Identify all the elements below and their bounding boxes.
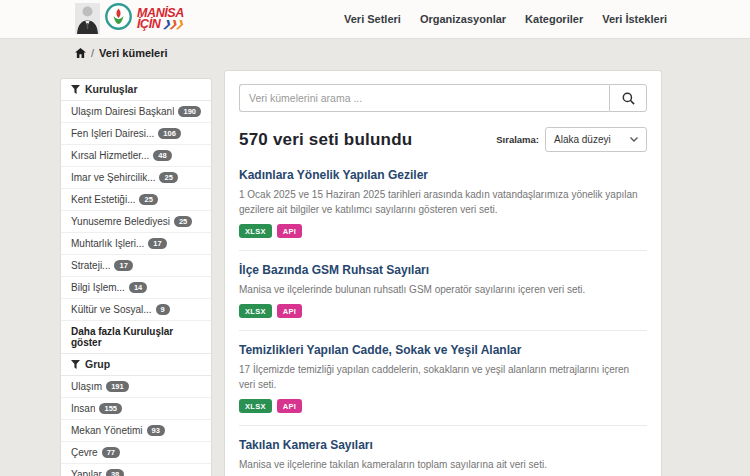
count-badge: 155 — [99, 403, 122, 414]
site-logo[interactable]: MANİSA İÇİN ❯ ❯ ❯ — [75, 3, 184, 34]
count-badge: 17 — [114, 260, 132, 271]
filter-label: Kırsal Hizmetler... — [71, 150, 149, 161]
count-badge: 9 — [156, 304, 170, 315]
dataset-title-link[interactable]: Kadınlara Yönelik Yapılan Geziler — [239, 168, 647, 182]
format-badge-xlsx[interactable]: XLSX — [239, 399, 272, 413]
filter-label: Mekan Yönetimi — [71, 425, 143, 436]
breadcrumb: / Veri kümeleri — [0, 38, 750, 66]
sort-select[interactable]: Alaka düzeyi — [545, 127, 647, 152]
format-badge-api[interactable]: API — [277, 399, 302, 413]
kurulus-filter-item[interactable]: Strateji... 17 — [61, 255, 211, 277]
results-panel: 570 veri seti bulundu Sıralama: Alaka dü… — [224, 70, 662, 476]
divider — [239, 250, 647, 251]
format-badge-xlsx[interactable]: XLSX — [239, 224, 272, 238]
sort-label: Sıralama: — [496, 134, 539, 145]
dataset-description: 1 Ocak 2025 ve 15 Haziran 2025 tarihleri… — [239, 187, 647, 217]
home-icon[interactable] — [75, 48, 86, 58]
municipality-emblem — [105, 3, 132, 34]
search-input[interactable] — [239, 84, 609, 112]
filter-label: Kültür ve Sosyal... — [71, 304, 152, 315]
kurulus-filter-item[interactable]: İmar ve Şehircilik... 25 — [61, 167, 211, 189]
search-icon — [622, 92, 635, 105]
show-more-kuruluslar[interactable]: Daha fazla Kuruluşlar göster — [61, 321, 211, 354]
dataset-item: Takılan Kamera Sayıları Manisa ve ilçele… — [239, 438, 647, 476]
logo-wordmark: MANİSA İÇİN ❯ ❯ ❯ — [137, 8, 184, 30]
dataset-format-badges: XLSXAPI — [239, 399, 647, 413]
sort-selected-value: Alaka düzeyi — [554, 134, 611, 145]
grup-filter-item[interactable]: İnsan 155 — [61, 398, 211, 420]
kurulus-filter-item[interactable]: Muhtarlık İşleri... 17 — [61, 233, 211, 255]
grup-filter-item[interactable]: Ulaşım 191 — [61, 376, 211, 398]
filter-label: Muhtarlık İşleri... — [71, 238, 144, 249]
site-header: MANİSA İÇİN ❯ ❯ ❯ Veri Setleri Organizas… — [0, 0, 750, 38]
breadcrumb-current: Veri kümeleri — [99, 47, 168, 59]
format-badge-api[interactable]: API — [277, 224, 302, 238]
dataset-description: Manisa ve ilçelerinde bulunan ruhsatlı G… — [239, 282, 647, 297]
divider — [239, 330, 647, 331]
page-body: Kuruluşlar Ulaşım Dairesi Başkanlığı 190… — [0, 66, 750, 476]
dataset-list: Kadınlara Yönelik Yapılan Geziler 1 Ocak… — [239, 168, 647, 476]
search-bar — [239, 84, 647, 112]
dataset-title-link[interactable]: Temizlikleri Yapılan Cadde, Sokak ve Yeş… — [239, 343, 647, 357]
nav-organizasyonlar[interactable]: Organizasyonlar — [420, 13, 506, 25]
count-badge: 25 — [174, 216, 192, 227]
nav-veri-setleri[interactable]: Veri Setleri — [344, 13, 401, 25]
nav-veri-istekleri[interactable]: Veri İstekleri — [602, 13, 667, 25]
results-header-row: 570 veri seti bulundu Sıralama: Alaka dü… — [239, 127, 647, 152]
grup-filter-item[interactable]: Mekan Yönetimi 93 — [61, 420, 211, 442]
grup-section-header: Grup — [61, 354, 211, 376]
main-nav: Veri Setleri Organizasyonlar Kategoriler… — [344, 0, 667, 38]
count-badge: 25 — [139, 194, 157, 205]
search-button[interactable] — [609, 84, 647, 112]
grup-filter-item[interactable]: Çevre 77 — [61, 442, 211, 464]
filter-funnel-icon — [71, 85, 80, 94]
count-badge: 48 — [153, 150, 171, 161]
count-badge: 106 — [158, 128, 181, 139]
dataset-description: 17 İlçemizde temizliği yapılan caddeleri… — [239, 362, 647, 392]
filter-sidebar: Kuruluşlar Ulaşım Dairesi Başkanlığı 190… — [60, 78, 212, 476]
count-badge: 25 — [159, 172, 177, 183]
kurulus-filter-item[interactable]: Bilgi İşlem... 14 — [61, 277, 211, 299]
logo-line2: İÇİN — [137, 19, 160, 30]
dataset-item: Temizlikleri Yapılan Cadde, Sokak ve Yeş… — [239, 343, 647, 426]
kurulus-filter-item[interactable]: Fen İşleri Dairesi... 106 — [61, 123, 211, 145]
count-badge: 93 — [147, 425, 165, 436]
count-badge: 14 — [129, 282, 147, 293]
kurulus-filter-item[interactable]: Kültür ve Sosyal... 9 — [61, 299, 211, 321]
filter-label: Strateji... — [71, 260, 110, 271]
kuruluslar-title: Kuruluşlar — [85, 84, 138, 95]
filter-label: İnsan — [71, 403, 95, 414]
filter-label: Yunusemre Belediyesi — [71, 216, 170, 227]
dataset-format-badges: XLSXAPI — [239, 304, 647, 318]
filter-label: Yapılar — [71, 469, 102, 476]
grup-filter-item[interactable]: Yapılar 38 — [61, 464, 211, 476]
count-badge: 77 — [102, 447, 120, 458]
filter-funnel-icon — [71, 360, 80, 369]
filter-label: Fen İşleri Dairesi... — [71, 128, 154, 139]
dataset-title-link[interactable]: Takılan Kamera Sayıları — [239, 438, 647, 452]
kuruluslar-list: Ulaşım Dairesi Başkanlığı 190 Fen İşleri… — [61, 101, 211, 321]
nav-kategoriler[interactable]: Kategoriler — [525, 13, 583, 25]
count-badge: 38 — [106, 469, 124, 476]
grup-list: Ulaşım 191 İnsan 155 Mekan Yönetimi 93 Ç… — [61, 376, 211, 476]
filter-label: Ulaşım — [71, 381, 102, 392]
count-badge: 191 — [106, 381, 129, 392]
filter-label: Çevre — [71, 447, 98, 458]
kurulus-filter-item[interactable]: Kırsal Hizmetler... 48 — [61, 145, 211, 167]
filter-label: Bilgi İşlem... — [71, 282, 125, 293]
kurulus-filter-item[interactable]: Yunusemre Belediyesi 25 — [61, 211, 211, 233]
sort-control: Sıralama: Alaka düzeyi — [496, 127, 647, 152]
mayor-photo — [75, 3, 100, 34]
chevron-down-icon — [630, 137, 638, 142]
dataset-title-link[interactable]: İlçe Bazında GSM Ruhsat Sayıları — [239, 263, 647, 277]
format-badge-api[interactable]: API — [277, 304, 302, 318]
kurulus-filter-item[interactable]: Ulaşım Dairesi Başkanlığı 190 — [61, 101, 211, 123]
dataset-format-badges: XLSXAPI — [239, 224, 647, 238]
filter-label: İmar ve Şehircilik... — [71, 172, 155, 183]
kurulus-filter-item[interactable]: Kent Estetiği... 25 — [61, 189, 211, 211]
format-badge-xlsx[interactable]: XLSX — [239, 304, 272, 318]
grup-title: Grup — [85, 359, 110, 370]
filter-label: Kent Estetiği... — [71, 194, 135, 205]
count-badge: 17 — [148, 238, 166, 249]
breadcrumb-separator: / — [91, 47, 94, 59]
